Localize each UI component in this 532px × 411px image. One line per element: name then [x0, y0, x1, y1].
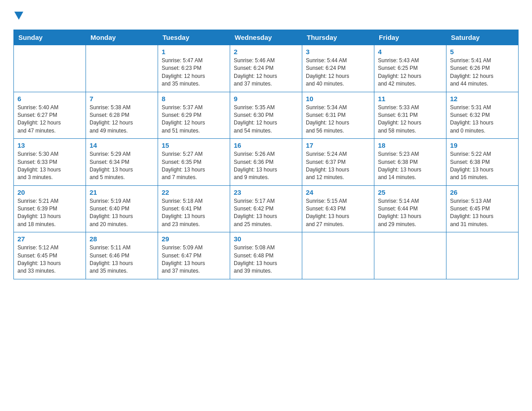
- calendar-week-row: 27Sunrise: 5:12 AM Sunset: 6:45 PM Dayli…: [14, 232, 519, 279]
- calendar-cell: 24Sunrise: 5:15 AM Sunset: 6:43 PM Dayli…: [302, 185, 374, 232]
- day-info: Sunrise: 5:23 AM Sunset: 6:38 PM Dayligh…: [378, 150, 442, 182]
- calendar-cell: 1Sunrise: 5:47 AM Sunset: 6:23 PM Daylig…: [158, 45, 230, 92]
- calendar-cell: 7Sunrise: 5:38 AM Sunset: 6:28 PM Daylig…: [86, 92, 158, 139]
- day-info: Sunrise: 5:09 AM Sunset: 6:47 PM Dayligh…: [162, 244, 226, 275]
- calendar-cell: 12Sunrise: 5:31 AM Sunset: 6:32 PM Dayli…: [446, 92, 519, 139]
- calendar-cell: 9Sunrise: 5:35 AM Sunset: 6:30 PM Daylig…: [230, 92, 302, 139]
- day-number: 8: [162, 95, 226, 103]
- day-number: 19: [450, 141, 515, 149]
- calendar-cell: 25Sunrise: 5:14 AM Sunset: 6:44 PM Dayli…: [374, 185, 446, 232]
- calendar-cell: 11Sunrise: 5:33 AM Sunset: 6:31 PM Dayli…: [374, 92, 446, 139]
- day-info: Sunrise: 5:40 AM Sunset: 6:27 PM Dayligh…: [17, 104, 82, 135]
- day-number: 21: [90, 188, 154, 196]
- day-info: Sunrise: 5:11 AM Sunset: 6:46 PM Dayligh…: [90, 244, 154, 275]
- day-info: Sunrise: 5:30 AM Sunset: 6:33 PM Dayligh…: [17, 150, 82, 182]
- day-number: 17: [306, 141, 370, 149]
- header-saturday: Saturday: [446, 30, 519, 45]
- day-info: Sunrise: 5:35 AM Sunset: 6:30 PM Dayligh…: [234, 104, 298, 135]
- day-number: 12: [450, 95, 515, 103]
- calendar-cell: 6Sunrise: 5:40 AM Sunset: 6:27 PM Daylig…: [14, 92, 86, 139]
- calendar-cell: 14Sunrise: 5:29 AM Sunset: 6:34 PM Dayli…: [86, 139, 158, 186]
- day-info: Sunrise: 5:44 AM Sunset: 6:24 PM Dayligh…: [306, 57, 370, 88]
- calendar-week-row: 20Sunrise: 5:21 AM Sunset: 6:39 PM Dayli…: [14, 185, 519, 232]
- day-number: 7: [90, 95, 154, 103]
- day-info: Sunrise: 5:29 AM Sunset: 6:34 PM Dayligh…: [90, 150, 154, 182]
- calendar-cell: 15Sunrise: 5:27 AM Sunset: 6:35 PM Dayli…: [158, 139, 230, 186]
- calendar-cell: [374, 232, 446, 279]
- day-info: Sunrise: 5:15 AM Sunset: 6:43 PM Dayligh…: [306, 197, 370, 229]
- day-number: 24: [306, 188, 370, 196]
- day-number: 16: [234, 141, 298, 149]
- calendar-table: SundayMondayTuesdayWednesdayThursdayFrid…: [13, 30, 519, 279]
- day-info: Sunrise: 5:43 AM Sunset: 6:25 PM Dayligh…: [378, 57, 442, 88]
- calendar-week-row: 13Sunrise: 5:30 AM Sunset: 6:33 PM Dayli…: [14, 139, 519, 186]
- day-info: Sunrise: 5:21 AM Sunset: 6:39 PM Dayligh…: [17, 197, 82, 229]
- calendar-cell: 16Sunrise: 5:26 AM Sunset: 6:36 PM Dayli…: [230, 139, 302, 186]
- calendar-cell: 4Sunrise: 5:43 AM Sunset: 6:25 PM Daylig…: [374, 45, 446, 92]
- day-info: Sunrise: 5:18 AM Sunset: 6:41 PM Dayligh…: [162, 197, 226, 229]
- day-info: Sunrise: 5:24 AM Sunset: 6:37 PM Dayligh…: [306, 150, 370, 182]
- calendar-cell: 18Sunrise: 5:23 AM Sunset: 6:38 PM Dayli…: [374, 139, 446, 186]
- day-number: 20: [17, 188, 82, 196]
- day-number: 11: [378, 95, 442, 103]
- calendar-cell: 13Sunrise: 5:30 AM Sunset: 6:33 PM Dayli…: [14, 139, 86, 186]
- day-number: 9: [234, 95, 298, 103]
- logo-arrow-icon: [14, 12, 23, 20]
- day-info: Sunrise: 5:41 AM Sunset: 6:26 PM Dayligh…: [450, 57, 515, 88]
- calendar-cell: 19Sunrise: 5:22 AM Sunset: 6:38 PM Dayli…: [446, 139, 519, 186]
- day-number: 6: [17, 95, 82, 103]
- header-sunday: Sunday: [14, 30, 86, 45]
- header-thursday: Thursday: [302, 30, 374, 45]
- calendar-cell: 5Sunrise: 5:41 AM Sunset: 6:26 PM Daylig…: [446, 45, 519, 92]
- calendar-cell: 22Sunrise: 5:18 AM Sunset: 6:41 PM Dayli…: [158, 185, 230, 232]
- day-info: Sunrise: 5:17 AM Sunset: 6:42 PM Dayligh…: [234, 197, 298, 229]
- page-header: [13, 9, 519, 21]
- day-info: Sunrise: 5:37 AM Sunset: 6:29 PM Dayligh…: [162, 104, 226, 135]
- day-number: 29: [162, 235, 226, 243]
- day-info: Sunrise: 5:13 AM Sunset: 6:45 PM Dayligh…: [450, 197, 515, 229]
- day-number: 14: [90, 141, 154, 149]
- day-number: 5: [450, 48, 515, 56]
- day-number: 4: [378, 48, 442, 56]
- day-info: Sunrise: 5:27 AM Sunset: 6:35 PM Dayligh…: [162, 150, 226, 182]
- day-number: 26: [450, 188, 515, 196]
- header-wednesday: Wednesday: [230, 30, 302, 45]
- calendar-cell: 27Sunrise: 5:12 AM Sunset: 6:45 PM Dayli…: [14, 232, 86, 279]
- day-number: 10: [306, 95, 370, 103]
- day-number: 22: [162, 188, 226, 196]
- day-info: Sunrise: 5:26 AM Sunset: 6:36 PM Dayligh…: [234, 150, 298, 182]
- day-number: 15: [162, 141, 226, 149]
- day-info: Sunrise: 5:08 AM Sunset: 6:48 PM Dayligh…: [234, 244, 298, 275]
- calendar-cell: 28Sunrise: 5:11 AM Sunset: 6:46 PM Dayli…: [86, 232, 158, 279]
- logo: [13, 9, 23, 21]
- calendar-cell: 30Sunrise: 5:08 AM Sunset: 6:48 PM Dayli…: [230, 232, 302, 279]
- header-monday: Monday: [86, 30, 158, 45]
- calendar-cell: 3Sunrise: 5:44 AM Sunset: 6:24 PM Daylig…: [302, 45, 374, 92]
- day-number: 13: [17, 141, 82, 149]
- day-info: Sunrise: 5:38 AM Sunset: 6:28 PM Dayligh…: [90, 104, 154, 135]
- day-info: Sunrise: 5:14 AM Sunset: 6:44 PM Dayligh…: [378, 197, 442, 229]
- day-number: 1: [162, 48, 226, 56]
- day-info: Sunrise: 5:47 AM Sunset: 6:23 PM Dayligh…: [162, 57, 226, 88]
- day-number: 18: [378, 141, 442, 149]
- calendar-cell: 17Sunrise: 5:24 AM Sunset: 6:37 PM Dayli…: [302, 139, 374, 186]
- day-info: Sunrise: 5:46 AM Sunset: 6:24 PM Dayligh…: [234, 57, 298, 88]
- day-info: Sunrise: 5:33 AM Sunset: 6:31 PM Dayligh…: [378, 104, 442, 135]
- day-info: Sunrise: 5:22 AM Sunset: 6:38 PM Dayligh…: [450, 150, 515, 182]
- calendar-cell: 8Sunrise: 5:37 AM Sunset: 6:29 PM Daylig…: [158, 92, 230, 139]
- day-number: 2: [234, 48, 298, 56]
- day-number: 23: [234, 188, 298, 196]
- day-info: Sunrise: 5:34 AM Sunset: 6:31 PM Dayligh…: [306, 104, 370, 135]
- day-number: 25: [378, 188, 442, 196]
- calendar-cell: 21Sunrise: 5:19 AM Sunset: 6:40 PM Dayli…: [86, 185, 158, 232]
- calendar-cell: [302, 232, 374, 279]
- header-friday: Friday: [374, 30, 446, 45]
- day-number: 27: [17, 235, 82, 243]
- calendar-cell: 29Sunrise: 5:09 AM Sunset: 6:47 PM Dayli…: [158, 232, 230, 279]
- calendar-cell: 26Sunrise: 5:13 AM Sunset: 6:45 PM Dayli…: [446, 185, 519, 232]
- calendar-cell: 23Sunrise: 5:17 AM Sunset: 6:42 PM Dayli…: [230, 185, 302, 232]
- calendar-week-row: 1Sunrise: 5:47 AM Sunset: 6:23 PM Daylig…: [14, 45, 519, 92]
- header-tuesday: Tuesday: [158, 30, 230, 45]
- calendar-cell: 20Sunrise: 5:21 AM Sunset: 6:39 PM Dayli…: [14, 185, 86, 232]
- calendar-week-row: 6Sunrise: 5:40 AM Sunset: 6:27 PM Daylig…: [14, 92, 519, 139]
